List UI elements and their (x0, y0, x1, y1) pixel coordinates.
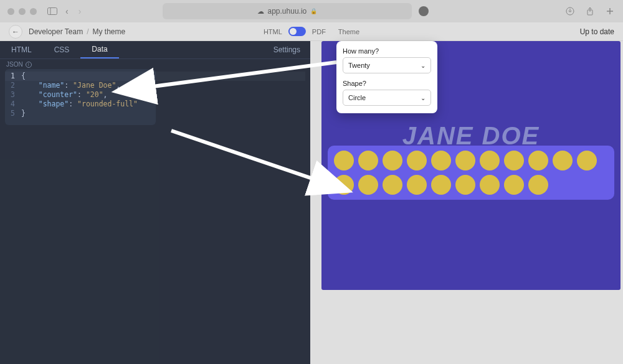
download-icon[interactable] (564, 6, 576, 17)
counter-dot (407, 175, 427, 195)
counter-dot (577, 151, 597, 170)
editor-tabs: HTML CSS Data Settings (0, 41, 310, 59)
counter-dot (480, 175, 500, 195)
traffic-close-icon[interactable] (7, 8, 14, 15)
address-bar[interactable]: ☁︎ app.uhuu.io 🔒 (163, 3, 412, 19)
new-tab-icon[interactable] (604, 6, 616, 17)
dots-container (328, 146, 614, 200)
window-traffic-lights (7, 8, 37, 15)
reader-icon[interactable] (419, 6, 429, 16)
form-panel: How many? Twenty ⌄ Shape? Circle ⌄ (336, 41, 437, 113)
app-header: ← Developer Team / My theme HTML PDF The… (0, 22, 623, 41)
howmany-label: How many? (343, 47, 431, 55)
counter-dot (455, 175, 475, 195)
tab-data[interactable]: Data (80, 41, 118, 58)
code-line[interactable]: 2 "name": "Jane Doe", (5, 81, 305, 90)
lock-icon: 🔒 (310, 8, 317, 14)
code-line[interactable]: 3 "counter": "20", (5, 90, 305, 100)
share-icon[interactable] (584, 6, 596, 17)
html-pdf-toggle[interactable] (288, 27, 306, 36)
browser-toolbar: ‹ › ☁︎ app.uhuu.io 🔒 (0, 0, 623, 22)
chevron-down-icon: ⌄ (421, 62, 426, 69)
traffic-min-icon[interactable] (19, 8, 26, 15)
view-mode-controls: HTML PDF Theme (264, 27, 359, 36)
counter-dot (480, 151, 500, 170)
counter-dot (407, 151, 427, 170)
counter-dot (528, 151, 548, 170)
counter-dot (334, 175, 354, 195)
editor-pane: HTML CSS Data Settings JSON i 1{2 "name"… (0, 41, 310, 364)
nav-back-icon[interactable]: ‹ (63, 6, 71, 16)
theme-link[interactable]: Theme (338, 28, 359, 35)
svg-rect-0 (48, 8, 57, 15)
sidebar-toggle-icon[interactable] (47, 6, 58, 17)
nav-forward-icon: › (76, 6, 84, 16)
tab-html[interactable]: HTML (0, 41, 43, 58)
breadcrumb-team[interactable]: Developer Team (29, 27, 83, 36)
counter-dot (383, 151, 402, 170)
breadcrumb-sep: / (87, 27, 88, 36)
chevron-down-icon: ⌄ (421, 95, 426, 101)
howmany-value: Twenty (348, 62, 370, 69)
counter-dot (504, 151, 524, 170)
breadcrumb-theme[interactable]: My theme (93, 27, 126, 36)
counter-dot (334, 151, 354, 170)
counter-dot (383, 175, 402, 195)
shape-label: Shape? (343, 80, 431, 87)
counter-dot (528, 175, 548, 195)
pdf-mode-label[interactable]: PDF (312, 28, 326, 35)
code-line[interactable]: 1{ (5, 72, 305, 81)
counter-dot (358, 151, 378, 170)
site-identity-icon: ☁︎ (257, 7, 264, 16)
back-button[interactable]: ← (9, 25, 22, 39)
json-label: JSON i (0, 59, 310, 68)
counter-dot (553, 151, 573, 170)
howmany-select[interactable]: Twenty ⌄ (343, 57, 431, 73)
tab-css[interactable]: CSS (43, 41, 81, 58)
code-editor[interactable]: 1{2 "name": "Jane Doe",3 "counter": "20"… (5, 69, 305, 121)
html-mode-label[interactable]: HTML (264, 28, 282, 35)
counter-dot (358, 175, 378, 195)
tab-settings[interactable]: Settings (264, 41, 310, 58)
shape-select[interactable]: Circle ⌄ (343, 90, 431, 106)
code-line[interactable]: 4 "shape": "rounded-full" (5, 100, 305, 109)
counter-dot (431, 151, 451, 170)
counter-dot (431, 175, 451, 195)
info-icon[interactable]: i (26, 62, 32, 68)
code-line[interactable]: 5} (5, 109, 305, 118)
sync-status: Up to date (580, 27, 614, 36)
address-url: app.uhuu.io (268, 7, 307, 16)
shape-value: Circle (348, 94, 366, 101)
traffic-max-icon[interactable] (30, 8, 37, 15)
counter-dot (504, 175, 524, 195)
counter-dot (455, 151, 475, 170)
